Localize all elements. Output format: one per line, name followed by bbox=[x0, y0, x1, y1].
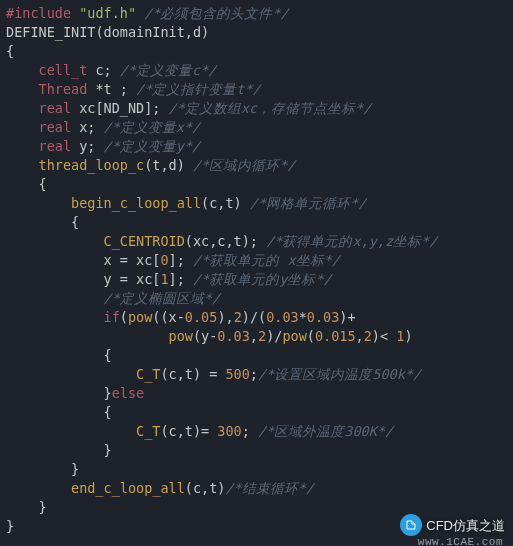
number: 1 bbox=[160, 271, 168, 287]
brace-close: } bbox=[104, 442, 112, 458]
func-call: C_CENTROID bbox=[104, 233, 185, 249]
args: (xc,c,t); bbox=[185, 233, 258, 249]
code-line: x = xc[0]; /*获取单元的 x坐标*/ bbox=[6, 252, 340, 268]
func-call: begin_c_loop_all bbox=[71, 195, 201, 211]
var-decl: c; bbox=[87, 62, 111, 78]
args: (c,t) bbox=[201, 195, 242, 211]
code-line: C_CENTROID(xc,c,t); /*获得单元的x,y,z坐标*/ bbox=[6, 233, 437, 249]
number: 0.03 bbox=[307, 309, 340, 325]
preproc-include: #include bbox=[6, 5, 71, 21]
number: 2 bbox=[258, 328, 266, 344]
number: 300 bbox=[217, 423, 241, 439]
code-line: Thread *t ; /*定义指针变量t*/ bbox=[6, 81, 261, 97]
number: 0.03 bbox=[266, 309, 299, 325]
brace-open: { bbox=[71, 214, 79, 230]
comment: /*定义数组xc，存储节点坐标*/ bbox=[169, 100, 372, 116]
number: 0.05 bbox=[185, 309, 218, 325]
code-line: C_T(c,t) = 500;/*设置区域内温度500k*/ bbox=[6, 366, 421, 382]
code-line: #include "udf.h" /*必须包含的头文件*/ bbox=[6, 5, 289, 21]
watermark-site: www.1CAE.com bbox=[418, 533, 503, 546]
comment: /*获得单元的x,y,z坐标*/ bbox=[266, 233, 437, 249]
brace-close: } bbox=[104, 385, 112, 401]
comment: /*设置区域内温度500k*/ bbox=[258, 366, 421, 382]
comment: /*获取单元的y坐标*/ bbox=[193, 271, 332, 287]
var-decl: xc[ND_ND]; bbox=[71, 100, 160, 116]
code-line: } bbox=[6, 442, 112, 458]
number: 0 bbox=[160, 252, 168, 268]
comment: /*定义变量y*/ bbox=[104, 138, 201, 154]
number: 500 bbox=[225, 366, 249, 382]
comment: /*定义变量x*/ bbox=[104, 119, 201, 135]
number: 2 bbox=[364, 328, 372, 344]
code-line: y = xc[1]; /*获取单元的y坐标*/ bbox=[6, 271, 332, 287]
var-decl: x; bbox=[71, 119, 95, 135]
brace-open: { bbox=[104, 404, 112, 420]
comment: /*获取单元的 x坐标*/ bbox=[193, 252, 340, 268]
func-call: thread_loop_c bbox=[39, 157, 145, 173]
code-line: DEFINE_INIT(domainInit,d) bbox=[6, 24, 209, 40]
func-call: C_T bbox=[136, 423, 160, 439]
macro-name: DEFINE_INIT bbox=[6, 24, 95, 40]
type-keyword: cell_t bbox=[39, 62, 88, 78]
brace-close: } bbox=[39, 499, 47, 515]
brace-open: { bbox=[104, 347, 112, 363]
comment: /*定义变量c*/ bbox=[120, 62, 217, 78]
brace-close: } bbox=[6, 518, 14, 534]
code-line: real xc[ND_ND]; /*定义数组xc，存储节点坐标*/ bbox=[6, 100, 371, 116]
code-line: { bbox=[6, 43, 14, 59]
keyword-if: if bbox=[104, 309, 120, 325]
code-line: { bbox=[6, 404, 112, 420]
comment: /*结束循环*/ bbox=[225, 480, 314, 496]
code-line: { bbox=[6, 214, 79, 230]
comment: /*区域外温度300K*/ bbox=[258, 423, 393, 439]
type-keyword: Thread bbox=[39, 81, 88, 97]
code-line: real y; /*定义变量y*/ bbox=[6, 138, 200, 154]
assign: y = xc[ bbox=[104, 271, 161, 287]
func-call: pow bbox=[128, 309, 152, 325]
type-keyword: real bbox=[39, 100, 72, 116]
brace-open: { bbox=[6, 43, 14, 59]
code-line: } bbox=[6, 518, 14, 534]
number: 0.015 bbox=[315, 328, 356, 344]
code-line: if(pow((x-0.05),2)/(0.03*0.03)+ bbox=[6, 309, 356, 325]
macro-args: (domainInit,d) bbox=[95, 24, 209, 40]
code-line: } bbox=[6, 499, 47, 515]
code-line: pow(y-0.03,2)/pow(0.015,2)< 1) bbox=[6, 328, 413, 344]
code-line: thread_loop_c(t,d) /*区域内循环*/ bbox=[6, 157, 295, 173]
comment: /*定义指针变量t*/ bbox=[136, 81, 261, 97]
keyword-else: else bbox=[112, 385, 145, 401]
func-call: pow bbox=[282, 328, 306, 344]
code-line: { bbox=[6, 176, 47, 192]
number: 2 bbox=[234, 309, 242, 325]
comment: /*定义椭圆区域*/ bbox=[104, 290, 221, 306]
func-call: C_T bbox=[136, 366, 160, 382]
watermark-label: CFD仿真之道 bbox=[426, 516, 505, 535]
func-call: end_c_loop_all bbox=[71, 480, 185, 496]
comment: /*区域内循环*/ bbox=[193, 157, 296, 173]
code-line: { bbox=[6, 347, 112, 363]
code-line: /*定义椭圆区域*/ bbox=[6, 290, 220, 306]
number: 0.03 bbox=[217, 328, 250, 344]
var-decl: y; bbox=[71, 138, 95, 154]
comment: /*必须包含的头文件*/ bbox=[144, 5, 289, 21]
code-line: begin_c_loop_all(c,t) /*网格单元循环*/ bbox=[6, 195, 366, 211]
code-line: cell_t c; /*定义变量c*/ bbox=[6, 62, 216, 78]
code-line: C_T(c,t)= 300; /*区域外温度300K*/ bbox=[6, 423, 393, 439]
code-line: } bbox=[6, 461, 79, 477]
brace-close: } bbox=[71, 461, 79, 477]
string-literal: "udf.h" bbox=[79, 5, 136, 21]
assign: x = xc[ bbox=[104, 252, 161, 268]
type-keyword: real bbox=[39, 138, 72, 154]
brace-open: { bbox=[39, 176, 47, 192]
type-keyword: real bbox=[39, 119, 72, 135]
code-line: }else bbox=[6, 385, 144, 401]
code-editor: #include "udf.h" /*必须包含的头文件*/ DEFINE_INI… bbox=[0, 0, 513, 540]
func-call: pow bbox=[169, 328, 193, 344]
comment: /*网格单元循环*/ bbox=[250, 195, 367, 211]
code-line: real x; /*定义变量x*/ bbox=[6, 119, 200, 135]
var-decl: *t ; bbox=[87, 81, 128, 97]
code-line: end_c_loop_all(c,t)/*结束循环*/ bbox=[6, 480, 314, 496]
args: (t,d) bbox=[144, 157, 185, 173]
